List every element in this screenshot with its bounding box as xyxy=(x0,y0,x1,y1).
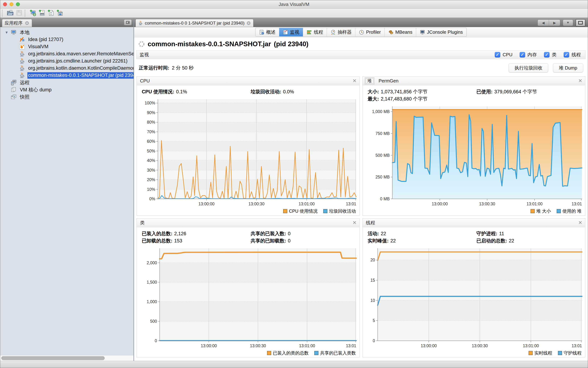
tab-label: Profiler xyxy=(366,29,381,35)
svg-text:13:01:00: 13:01:00 xyxy=(526,202,543,206)
window-title: Java VisualVM xyxy=(279,2,310,7)
add-jmx-connection-button[interactable]: JMX xyxy=(37,9,46,17)
tab-heap[interactable]: 堆 xyxy=(365,77,374,84)
stat-value: 22 xyxy=(390,238,396,243)
tree-item[interactable]: common-mistakes-0.0.1-SNAPSHOT.jar (pid … xyxy=(0,72,134,79)
svg-text:250 MB: 250 MB xyxy=(375,175,390,179)
tree-item[interactable]: VisualVM xyxy=(0,43,134,50)
add-application-button[interactable] xyxy=(28,9,37,17)
zoom-window-button[interactable] xyxy=(16,2,20,6)
tab-threads[interactable]: 线程 xyxy=(303,28,327,36)
scrollbar-thumb[interactable] xyxy=(1,356,105,360)
svg-text:1,000: 1,000 xyxy=(147,299,157,304)
checkbox-icon[interactable]: ✓ xyxy=(544,52,550,57)
tab-label: JConsole Plugins xyxy=(427,29,463,35)
next-tab-button[interactable]: ▶ xyxy=(549,20,560,26)
java-icon xyxy=(19,72,25,79)
prev-tab-button[interactable]: ◀ xyxy=(538,20,549,26)
close-icon[interactable]: ✕ xyxy=(578,220,582,225)
stat: CPU 使用情况:0.1% xyxy=(142,88,251,95)
tab-jconsole-plugins[interactable]: JConsole Plugins xyxy=(416,28,466,36)
stat: 最大:2,147,483,680 个字节 xyxy=(368,95,476,102)
status-bar xyxy=(0,361,588,368)
tree-item[interactable]: 快照 xyxy=(0,93,134,101)
checkbox-内存[interactable]: ✓内存 xyxy=(520,52,537,58)
tree-item[interactable]: VM 核心 dump xyxy=(0,86,134,93)
snapshot-icon xyxy=(10,94,17,100)
tree-item-label: common-mistakes-0.0.1-SNAPSHOT.jar (pid … xyxy=(27,72,134,79)
toolbar-grip[interactable] xyxy=(2,10,4,17)
tab-sampler[interactable]: 抽样器 xyxy=(327,28,355,36)
svg-text:13:00:00: 13:00:00 xyxy=(432,202,448,206)
tree-item-label: VisualVM xyxy=(27,44,134,50)
checkbox-cpu[interactable]: ✓CPU xyxy=(495,52,512,57)
minimize-window-button[interactable] xyxy=(9,2,13,6)
stat-label: 共享的已装入数: xyxy=(251,231,286,236)
checkbox-icon[interactable]: ✓ xyxy=(495,52,500,57)
svg-text:0%: 0% xyxy=(149,197,155,201)
tab-monitor[interactable]: 监视 xyxy=(279,28,303,36)
tree-item[interactable]: 远程 xyxy=(0,79,134,86)
app-tree: ▼本地BIdea (pid 12707)VisualVMorg.jetbrain… xyxy=(0,27,134,355)
add-vm-coredump-icon: 0101 xyxy=(47,9,55,17)
stat-value: 22 xyxy=(509,238,514,243)
svg-text:13:01: 13:01 xyxy=(571,343,582,348)
document-tab[interactable]: common-mistakes-0 0 1-SNAPSHOT jar (pid … xyxy=(135,19,253,27)
checkbox-线程[interactable]: ✓线程 xyxy=(564,52,581,58)
svg-text:13:01:00: 13:01:00 xyxy=(299,343,315,348)
close-window-button[interactable] xyxy=(3,2,7,6)
java-app-icon xyxy=(138,21,143,26)
load-button[interactable] xyxy=(6,9,15,17)
expand-arrow-icon[interactable]: ▼ xyxy=(3,30,10,35)
sidebar-hscrollbar[interactable] xyxy=(0,355,134,361)
checkbox-icon[interactable]: ✓ xyxy=(564,52,569,57)
svg-text:13:00:30: 13:00:30 xyxy=(250,343,266,348)
action-buttons: 执行垃圾回收 堆 Dump xyxy=(508,63,583,73)
tab-overview[interactable]: i概述 xyxy=(255,28,279,36)
tab-mbeans[interactable]: MBeans xyxy=(385,28,416,36)
tab-profiler[interactable]: Profiler xyxy=(355,28,384,36)
page-title-name: common-mistakes-0.0.1-SNAPSHOT.jar xyxy=(148,40,271,48)
tab-list-dropdown-button[interactable]: ▼ xyxy=(563,19,573,26)
legend-label: 堆 大小 xyxy=(536,208,551,214)
tree-item[interactable]: BIdea (pid 12707) xyxy=(0,36,134,43)
add-snapshot-button[interactable] xyxy=(55,9,64,17)
minimize-sidebar-button[interactable] xyxy=(124,19,132,26)
heap-dump-button[interactable]: 堆 Dump xyxy=(553,63,583,73)
maximize-view-button[interactable] xyxy=(576,19,585,26)
close-icon[interactable] xyxy=(25,21,29,26)
monitor-icon xyxy=(283,29,288,35)
heap-stats: 大小:1,073,741,856 个字节最大:2,147,483,680 个字节… xyxy=(363,85,585,104)
tree-item[interactable]: ▼本地 xyxy=(0,29,134,36)
close-icon[interactable]: ✕ xyxy=(578,78,582,83)
checkbox-icon[interactable]: ✓ xyxy=(520,52,525,57)
tree-item-label: 远程 xyxy=(19,79,134,86)
svg-text:13:01: 13:01 xyxy=(346,343,356,348)
svg-text:13:01:00: 13:01:00 xyxy=(523,343,539,348)
page-title: common-mistakes-0.0.1-SNAPSHOT.jar (pid … xyxy=(134,37,588,49)
add-jmx-connection-icon: JMX xyxy=(38,9,46,17)
tree-item[interactable]: org.jetbrains.jps.cmdline.Launcher (pid … xyxy=(0,57,134,65)
save-button[interactable] xyxy=(15,9,24,17)
stat-value: 379,069,664 个字节 xyxy=(494,89,537,94)
tree-item[interactable]: org.jetbrains.kotlin.daemon.KotlinCompil… xyxy=(0,65,134,72)
add-vm-coredump-button[interactable]: 0101 xyxy=(46,9,55,17)
threads-panel-header: 线程 ✕ xyxy=(363,219,585,227)
toolbar-grip[interactable] xyxy=(25,10,27,17)
close-icon[interactable]: ✕ xyxy=(352,220,356,225)
close-icon[interactable] xyxy=(246,21,251,26)
checkbox-类[interactable]: ✓类 xyxy=(544,52,556,58)
tab-applications[interactable]: 应用程序 xyxy=(2,19,32,27)
stat: 守护进程:11 xyxy=(476,230,585,237)
tree-item-label: org.jetbrains.jps.cmdline.Launcher (pid … xyxy=(27,58,134,64)
jconsole-icon xyxy=(420,29,425,35)
close-icon[interactable]: ✕ xyxy=(352,78,356,83)
tab-permgen[interactable]: PermGen xyxy=(379,78,398,84)
stat-label: 已启动的总数: xyxy=(476,238,507,243)
tree-item[interactable]: org.jetbrains.idea.maven.server.RemoteMa… xyxy=(0,50,134,57)
perform-gc-button[interactable]: 执行垃圾回收 xyxy=(508,63,548,73)
stat-label: 共享的已卸载数: xyxy=(251,238,286,243)
stat: 已装入的总数:2,126 xyxy=(142,230,251,237)
classes-chart: 05001,0001,5002,00013:00:0013:00:3013:01… xyxy=(138,247,358,349)
stat-value: 153 xyxy=(174,238,182,243)
